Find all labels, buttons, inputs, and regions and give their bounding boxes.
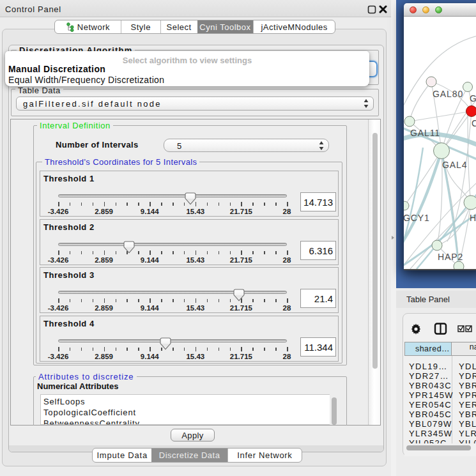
svg-text:GA: GA [470,93,476,104]
svg-text:C: C [472,118,476,128]
svg-text:GAL11: GAL11 [410,128,440,138]
svg-text:GAL4: GAL4 [442,160,467,170]
svg-text:GCY1: GCY1 [404,213,430,223]
svg-text:GAL80: GAL80 [433,89,463,99]
svg-text:HAP2: HAP2 [438,252,463,262]
svg-text:H: H [470,213,476,223]
